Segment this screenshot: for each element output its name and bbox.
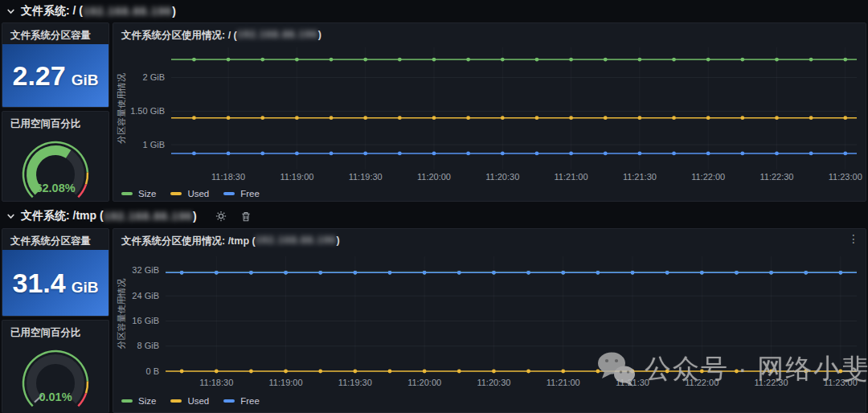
legend-item-size[interactable]: Size: [121, 396, 156, 406]
kebab-menu-icon[interactable]: ⋮: [848, 233, 859, 244]
stat-panel-capacity-tmp: 文件系统分区容量 31.4 GiB: [2, 228, 109, 317]
gauge-svg: 0.01%: [7, 343, 104, 407]
x-tick-label: 11:21:00: [555, 172, 588, 182]
x-tick-label: 11:19:30: [338, 378, 372, 387]
data-point: [561, 271, 565, 275]
gauge: 62.08%: [2, 134, 108, 198]
redacted-ip: 192.168.88.196: [104, 210, 193, 223]
y-tick-label: 0 B: [145, 366, 159, 376]
gauge-value: 62.08%: [35, 182, 75, 194]
data-point: [501, 116, 505, 120]
panel-title[interactable]: 已用空间百分比: [2, 321, 108, 343]
legend-label: Free: [240, 189, 260, 198]
data-point: [466, 116, 470, 120]
data-point: [838, 271, 842, 275]
chart-svg: 1 GiB1.50 GiB2 GiB11:18:3011:19:0011:19:…: [113, 44, 866, 186]
x-tick-label: 11:18:30: [211, 172, 245, 182]
data-point: [604, 58, 608, 62]
data-point: [423, 271, 427, 275]
data-point: [604, 152, 608, 156]
data-point: [363, 58, 367, 62]
x-tick-label: 11:20:00: [417, 172, 451, 182]
panel-title[interactable]: 已用空间百分比: [2, 112, 108, 134]
gauge-threshold-arc: [86, 381, 88, 393]
x-tick-label: 11:22:30: [755, 378, 788, 387]
x-tick-label: 11:21:30: [623, 172, 657, 182]
timeseries-panel-tmp: 文件系统分区使用情况: /tmp (192.168.88.196) ⋮ 0 B8…: [113, 228, 866, 413]
y-tick-label: 1 GiB: [142, 140, 165, 149]
data-point: [526, 370, 530, 374]
panel-title[interactable]: 文件系统分区容量: [2, 229, 108, 251]
legend-item-size[interactable]: Size: [121, 189, 156, 198]
x-tick-label: 11:19:00: [280, 172, 313, 182]
data-point: [735, 370, 739, 374]
chart-canvas[interactable]: 1 GiB1.50 GiB2 GiB11:18:3011:19:0011:19:…: [113, 44, 866, 189]
gear-icon[interactable]: [215, 211, 227, 222]
row-header-filesystem-root[interactable]: 文件系统: / (192.168.88.196): [6, 2, 176, 20]
data-point: [637, 58, 641, 62]
data-point: [809, 116, 813, 120]
x-tick-label: 11:19:00: [269, 378, 303, 387]
data-point: [353, 271, 357, 275]
data-point: [423, 370, 427, 374]
chart-legend: SizeUsedFree: [121, 396, 260, 406]
chart-legend: SizeUsedFree: [121, 189, 260, 198]
row-title-suffix: ): [193, 210, 197, 223]
row-title: 文件系统: / (192.168.88.196): [21, 4, 176, 18]
data-point: [466, 58, 470, 62]
data-point: [227, 116, 231, 120]
legend-item-used[interactable]: Used: [170, 396, 209, 406]
gauge: 0.01%: [2, 343, 108, 407]
data-point: [706, 58, 710, 62]
data-point: [295, 116, 299, 120]
chevron-down-icon[interactable]: [6, 212, 15, 221]
data-point: [330, 116, 334, 120]
data-point: [249, 370, 253, 374]
x-tick-label: 11:22:00: [691, 172, 725, 182]
data-point: [388, 370, 392, 374]
data-point: [501, 152, 505, 156]
gauge-threshold-arc: [86, 172, 88, 184]
redacted-ip: 192.168.88.196: [237, 29, 318, 43]
data-point: [192, 116, 196, 120]
data-point: [398, 58, 402, 62]
stat-value: 2.27: [13, 60, 66, 92]
panel-title[interactable]: 文件系统分区使用情况: /tmp (192.168.88.196): [113, 229, 866, 251]
legend-swatch: [223, 399, 235, 403]
chart-canvas[interactable]: 0 B8 GiB16 GiB24 GiB32 GiB11:18:3011:19:…: [113, 250, 866, 396]
data-point: [569, 58, 573, 62]
legend-label: Size: [138, 396, 156, 406]
data-point: [260, 116, 264, 120]
legend-label: Size: [138, 189, 156, 198]
legend-item-free[interactable]: Free: [223, 396, 260, 406]
row-title-text: 文件系统: /tmp (: [21, 209, 104, 223]
panel-title[interactable]: 文件系统分区使用情况: / (192.168.88.196): [113, 23, 866, 46]
trash-icon[interactable]: [241, 211, 251, 222]
y-axis-label: 分区容量使用情况: [117, 279, 126, 350]
panel-title[interactable]: 文件系统分区容量: [2, 23, 108, 46]
data-point: [665, 271, 669, 275]
chart-title-text: 文件系统分区使用情况: /tmp (: [121, 235, 256, 248]
gauge-value: 0.01%: [39, 391, 72, 403]
y-tick-label: 32 GiB: [132, 265, 159, 275]
data-point: [432, 152, 436, 156]
legend-item-free[interactable]: Free: [223, 189, 260, 198]
data-point: [596, 370, 600, 374]
data-point: [631, 370, 635, 374]
data-point: [804, 271, 808, 275]
stat-value-area: 2.27 GiB: [2, 44, 108, 107]
data-point: [192, 58, 196, 62]
data-point: [769, 370, 773, 374]
data-point: [457, 370, 461, 374]
x-tick-label: 11:21:00: [547, 378, 580, 387]
data-point: [526, 271, 530, 275]
chart-title-text: 文件系统分区使用情况: / (: [121, 29, 237, 43]
data-point: [492, 370, 496, 374]
data-point: [569, 116, 573, 120]
chart-svg: 0 B8 GiB16 GiB24 GiB32 GiB11:18:3011:19:…: [113, 250, 866, 393]
legend-label: Used: [187, 189, 209, 198]
row-header-filesystem-tmp[interactable]: 文件系统: /tmp (192.168.88.196): [6, 207, 251, 225]
legend-item-used[interactable]: Used: [170, 189, 209, 198]
x-tick-label: 11:22:30: [760, 172, 793, 182]
chevron-down-icon[interactable]: [6, 7, 15, 16]
